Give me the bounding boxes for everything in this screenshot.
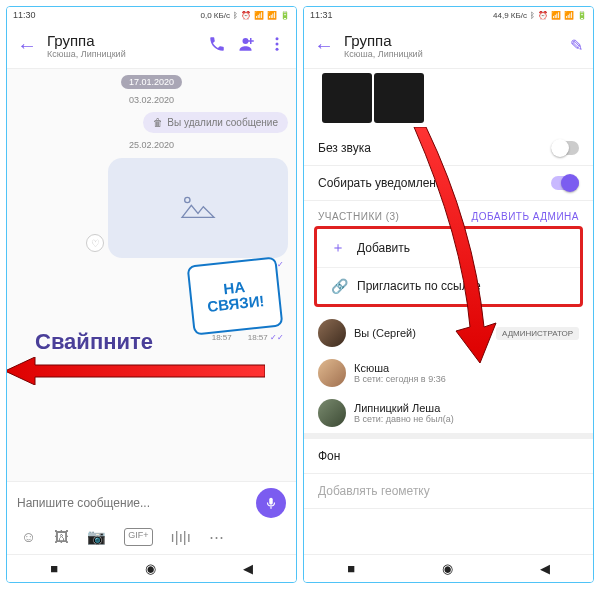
admin-badge: АДМИНИСТРАТОР bbox=[496, 327, 579, 340]
media-thumb[interactable] bbox=[322, 73, 372, 123]
message-input-row bbox=[7, 481, 296, 524]
member-status: В сети: давно не был(а) bbox=[354, 414, 579, 424]
net-speed: 44,9 КБ/с bbox=[493, 11, 527, 20]
background-row[interactable]: Фон bbox=[304, 433, 593, 474]
member-name: Липницкий Леша bbox=[354, 402, 579, 414]
date-pill: 17.01.2020 bbox=[121, 75, 182, 89]
status-time: 11:30 bbox=[13, 10, 36, 20]
group-title: Группа bbox=[344, 32, 570, 49]
header-title-block[interactable]: Группа Ксюша, Липницкий bbox=[344, 32, 570, 59]
smart-notify-label: Собирать уведомления bbox=[318, 176, 449, 190]
trash-icon: 🗑 bbox=[153, 117, 163, 128]
mic-icon bbox=[264, 496, 278, 510]
nav-home[interactable]: ◉ bbox=[145, 561, 156, 576]
svg-point-3 bbox=[276, 47, 279, 50]
status-time: 11:31 bbox=[310, 10, 333, 20]
alarm-icon: ⏰ bbox=[241, 11, 251, 20]
gallery-icon[interactable]: 🖼 bbox=[54, 528, 69, 546]
mute-row[interactable]: Без звука bbox=[304, 131, 593, 166]
mute-label: Без звука bbox=[318, 141, 371, 155]
wifi-icon: 📶 bbox=[551, 11, 561, 20]
svg-point-0 bbox=[243, 38, 249, 44]
add-participant-row[interactable]: ＋ Добавить bbox=[317, 229, 580, 268]
phone-group-settings: 11:31 44,9 КБ/с ᛒ ⏰ 📶 📶 🔋 ← Группа Ксюша… bbox=[303, 6, 594, 583]
nav-back[interactable]: ◀ bbox=[540, 561, 550, 576]
deleted-text: Вы удалили сообщение bbox=[167, 117, 278, 128]
member-row[interactable]: Вы (Сергей) АДМИНИСТРАТОР bbox=[304, 313, 593, 353]
chat-body[interactable]: 17.01.2020 03.02.2020 🗑 Вы удалили сообщ… bbox=[7, 69, 296, 481]
nav-recent[interactable]: ■ bbox=[50, 561, 58, 576]
sticker-message[interactable]: ♡ bbox=[108, 158, 288, 258]
member-status: В сети: сегодня в 9:36 bbox=[354, 374, 579, 384]
add-member-icon[interactable] bbox=[238, 35, 256, 57]
battery-icon: 🔋 bbox=[577, 11, 587, 20]
nav-back[interactable]: ◀ bbox=[243, 561, 253, 576]
mute-switch[interactable] bbox=[551, 141, 579, 155]
member-row[interactable]: Липницкий Леша В сети: давно не был(а) bbox=[304, 393, 593, 433]
chat-title: Группа bbox=[47, 32, 208, 49]
svg-point-1 bbox=[276, 37, 279, 40]
header-actions: ✎ bbox=[570, 36, 583, 55]
member-row[interactable]: Ксюша В сети: сегодня в 9:36 bbox=[304, 353, 593, 393]
participants-title: УЧАСТНИКИ (3) bbox=[318, 211, 399, 222]
bluetooth-icon: ᛒ bbox=[530, 11, 535, 20]
call-icon[interactable] bbox=[208, 35, 226, 57]
check-icon: ✓✓ bbox=[270, 333, 284, 342]
media-thumbnails[interactable] bbox=[304, 69, 593, 131]
deleted-message: 🗑 Вы удалили сообщение bbox=[143, 112, 288, 133]
plus-icon: ＋ bbox=[331, 239, 347, 257]
avatar bbox=[318, 399, 346, 427]
alarm-icon: ⏰ bbox=[538, 11, 548, 20]
header-title-block[interactable]: Группа Ксюша, Липницкий bbox=[47, 32, 208, 59]
sticker-text-2: СВЯЗИ! bbox=[207, 293, 266, 315]
smart-notify-row[interactable]: Собирать уведомления bbox=[304, 166, 593, 201]
annotation-arrow-left bbox=[6, 357, 265, 385]
settings-body[interactable]: Без звука Собирать уведомления УЧАСТНИКИ… bbox=[304, 69, 593, 554]
android-navbar: ■ ◉ ◀ bbox=[7, 554, 296, 582]
participants-header: УЧАСТНИКИ (3) ДОБАВИТЬ АДМИНА bbox=[304, 201, 593, 226]
back-button[interactable]: ← bbox=[314, 34, 334, 57]
back-button[interactable]: ← bbox=[17, 34, 37, 57]
chat-header: ← Группа Ксюша, Липницкий bbox=[7, 23, 296, 69]
status-icons: 0,0 КБ/с ᛒ ⏰ 📶 📶 🔋 bbox=[201, 11, 290, 20]
group-subtitle: Ксюша, Липницкий bbox=[344, 49, 570, 59]
more-icon[interactable] bbox=[268, 35, 286, 57]
svg-rect-5 bbox=[269, 498, 273, 505]
sticker-message-2[interactable]: НА СВЯЗИ! bbox=[187, 256, 284, 335]
annotation-swipe-label: Свайпните bbox=[35, 329, 153, 355]
battery-icon: 🔋 bbox=[280, 11, 290, 20]
annotation-highlight-box: ＋ Добавить 🔗 Пригласить по ссылке bbox=[314, 226, 583, 307]
member-name: Ксюша bbox=[354, 362, 579, 374]
invite-link-row[interactable]: 🔗 Пригласить по ссылке bbox=[317, 268, 580, 304]
settings-header: ← Группа Ксюша, Липницкий ✎ bbox=[304, 23, 593, 69]
status-bar: 11:30 0,0 КБ/с ᛒ ⏰ 📶 📶 🔋 bbox=[7, 7, 296, 23]
smart-notify-switch[interactable] bbox=[551, 176, 579, 190]
camera-icon[interactable]: 📷 bbox=[87, 528, 106, 546]
add-admin-link[interactable]: ДОБАВИТЬ АДМИНА bbox=[471, 211, 579, 222]
nav-recent[interactable]: ■ bbox=[347, 561, 355, 576]
gif-icon[interactable]: GIF+ bbox=[124, 528, 152, 546]
message-time-row: 18:57 18:57 ✓✓ bbox=[212, 333, 284, 342]
date-separator: 25.02.2020 bbox=[121, 138, 182, 152]
audio-icon[interactable]: ı|ı|ı bbox=[171, 528, 191, 546]
sticker-icon[interactable]: ☺ bbox=[21, 528, 36, 546]
voice-button[interactable] bbox=[256, 488, 286, 518]
more-attach-icon[interactable]: ⋯ bbox=[209, 528, 224, 546]
background-label: Фон bbox=[318, 449, 340, 463]
nav-home[interactable]: ◉ bbox=[442, 561, 453, 576]
media-thumb[interactable] bbox=[374, 73, 424, 123]
mountain-icon bbox=[178, 193, 218, 223]
net-speed: 0,0 КБ/с bbox=[201, 11, 230, 20]
header-actions bbox=[208, 35, 286, 57]
geotag-label: Добавлять геометку bbox=[318, 484, 430, 498]
phone-chat: 11:30 0,0 КБ/с ᛒ ⏰ 📶 📶 🔋 ← Группа Ксюша,… bbox=[6, 6, 297, 583]
like-button[interactable]: ♡ bbox=[86, 234, 104, 252]
chat-subtitle: Ксюша, Липницкий bbox=[47, 49, 208, 59]
edit-icon[interactable]: ✎ bbox=[570, 36, 583, 55]
geotag-row[interactable]: Добавлять геометку bbox=[304, 474, 593, 509]
message-input[interactable] bbox=[17, 496, 250, 510]
svg-point-4 bbox=[185, 197, 190, 202]
add-label: Добавить bbox=[357, 241, 410, 255]
link-icon: 🔗 bbox=[331, 278, 347, 294]
member-name: Вы (Сергей) bbox=[354, 327, 488, 339]
